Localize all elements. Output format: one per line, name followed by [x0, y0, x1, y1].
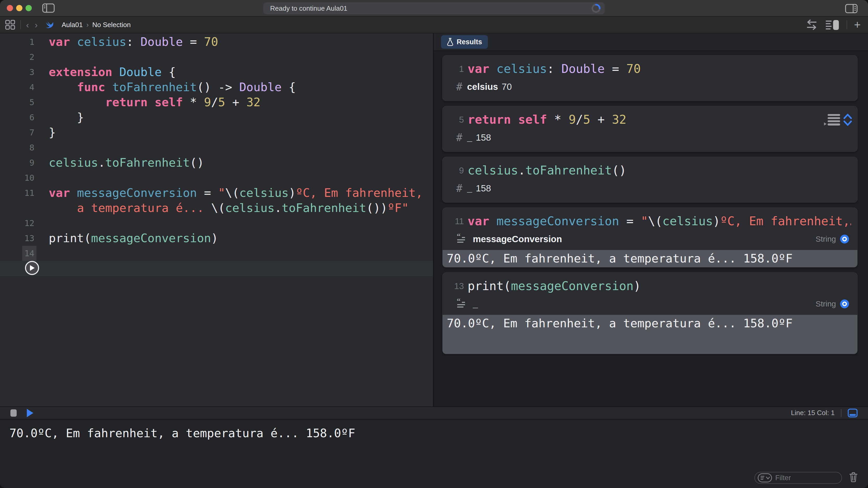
code-token: ) — [633, 279, 641, 293]
toggle-right-sidebar-icon[interactable] — [845, 4, 858, 14]
cycle-results-chevrons-icon[interactable] — [843, 112, 852, 127]
code-token: : — [547, 62, 561, 76]
editor-line[interactable]: 3extension Double { — [0, 65, 433, 80]
code-editor[interactable]: 1var celsius: Double = 7023extension Dou… — [0, 33, 433, 406]
editor-line[interactable]: 5 return self * 9/5 + 32 — [0, 95, 433, 110]
navigate-forward-icon[interactable]: › — [34, 20, 38, 29]
run-button[interactable] — [26, 408, 34, 418]
code-token: print( — [468, 279, 511, 293]
console-area[interactable]: 70.0ºC, Em fahrenheit, a temperatura é..… — [0, 420, 868, 488]
breadcrumb-selection[interactable]: No Selection — [92, 21, 130, 29]
code-token: extension — [49, 65, 112, 79]
code-token: var — [468, 62, 489, 76]
filter-placeholder: Filter — [775, 474, 791, 482]
editor-line[interactable]: 4 func toFahrenheit() -> Double { — [0, 80, 433, 95]
editor-grid-icon[interactable] — [5, 19, 16, 30]
add-playground-page-icon[interactable]: + — [854, 19, 861, 30]
editor-line[interactable]: 10 — [0, 170, 433, 186]
result-string-preview: 70.0ºC, Em fahrenheit, a temperatura é..… — [443, 315, 857, 354]
editor-line[interactable]: 8 — [0, 140, 433, 155]
stop-button[interactable] — [10, 409, 17, 417]
line-number-text: 14 — [22, 246, 36, 261]
show-result-eye-icon[interactable] — [840, 234, 849, 244]
line-number: 5 — [0, 95, 39, 110]
result-value-row: “_String — [456, 297, 849, 311]
code-token: toFahrenheit — [112, 80, 197, 94]
editor-line[interactable]: 6 } — [0, 110, 433, 125]
show-result-eye-icon[interactable] — [840, 299, 849, 309]
code-token: celsius — [662, 214, 713, 228]
activity-status-bar: Ready to continue Aula01 — [264, 2, 604, 14]
line-number: 13 — [0, 231, 39, 246]
editor-line[interactable]: 13print(messageConversion) — [0, 231, 433, 246]
result-card[interactable]: 9celsius.toFahrenheit()#_158 — [442, 157, 858, 203]
code-line: print(messageConversion) — [49, 231, 218, 246]
result-card[interactable]: 1var celsius: Double = 70#celsius70 — [442, 55, 858, 101]
code-line: } — [49, 110, 84, 125]
code-token: Double — [561, 62, 604, 76]
result-code-line: celsius.toFahrenheit() — [468, 163, 626, 178]
code-token: () -> — [197, 80, 239, 94]
minimize-window-button[interactable] — [16, 5, 22, 11]
result-value: 158 — [476, 183, 491, 193]
main-content: 1var celsius: Double = 7023extension Dou… — [0, 33, 868, 406]
result-card[interactable]: 5return self * 9/5 + 32#_158 — [442, 106, 858, 152]
editor-line[interactable]: 14 — [0, 246, 433, 261]
code-token: 5 — [583, 112, 590, 127]
result-card-body: 13print(messageConversion)“_String — [443, 273, 857, 311]
close-window-button[interactable] — [7, 5, 13, 11]
string-quote-icon: “ — [456, 298, 468, 310]
toggle-console-icon[interactable] — [848, 409, 858, 417]
editor-line[interactable]: 11var messageConversion = "\(celsius)ºC,… — [0, 186, 433, 200]
navigate-back-icon[interactable]: ‹ — [26, 20, 29, 29]
results-card-list: 1var celsius: Double = 70#celsius705retu… — [434, 51, 868, 359]
line-number-text: 1 — [27, 34, 36, 50]
editor-layout-icon[interactable] — [825, 19, 840, 30]
result-line-number: 9 — [448, 163, 464, 178]
line-number: 11 — [0, 186, 39, 200]
result-card[interactable]: 11var messageConversion = "\(celsius)ºC,… — [442, 207, 858, 267]
editor-line[interactable]: 1var celsius: Double = 70 — [0, 34, 433, 50]
tab-results[interactable]: Results — [441, 35, 488, 49]
line-number-text: 2 — [27, 50, 36, 65]
result-line-number: 11 — [448, 214, 464, 229]
code-token: Double — [119, 65, 162, 79]
code-token: } — [49, 126, 56, 139]
code-line: var messageConversion = "\(celsius)ºC, E… — [49, 186, 423, 200]
code-token: 5 — [218, 95, 225, 109]
result-string-preview: 70.0ºC, Em fahrenheit, a temperatura é..… — [443, 250, 857, 267]
code-line: celsius.toFahrenheit() — [49, 155, 204, 170]
console-filter-field[interactable]: Filter — [754, 472, 842, 484]
xcode-playground-window: Ready to continue Aula01 ‹ › Aula01 › No… — [0, 0, 868, 488]
toggle-left-sidebar-icon[interactable] — [42, 3, 55, 13]
editor-line[interactable]: 2 — [0, 50, 433, 65]
code-line: var celsius: Double = 70 — [49, 34, 218, 50]
swap-editors-icon[interactable] — [805, 19, 818, 30]
result-card-code-row: 1var celsius: Double = 70 — [448, 61, 851, 76]
clear-console-icon[interactable] — [849, 472, 858, 483]
result-card-code-row: 5return self * 9/5 + 32 — [448, 112, 851, 127]
zoom-window-button[interactable] — [26, 5, 32, 11]
breadcrumb-project[interactable]: Aula01 — [62, 21, 83, 29]
editor-line[interactable]: 7} — [0, 125, 433, 140]
cursor-position-indicator[interactable]: Line: 15 Col: 1 — [791, 409, 835, 417]
result-label: messageConversion — [473, 234, 562, 244]
result-label: _ — [467, 132, 472, 143]
result-value-row: “messageConversionString — [456, 232, 849, 246]
code-token: messageConversion — [497, 214, 619, 228]
result-value: 158 — [476, 132, 491, 143]
result-value: 70 — [502, 82, 512, 92]
result-card[interactable]: 13print(messageConversion)“_String70.0ºC… — [442, 272, 858, 354]
result-label: _ — [473, 299, 478, 309]
editor-line[interactable]: 9celsius.toFahrenheit() — [0, 155, 433, 170]
svg-text:“: “ — [457, 298, 461, 305]
editor-line[interactable]: a temperatura é... \(celsius.toFahrenhei… — [0, 200, 433, 216]
debug-bar: Line: 15 Col: 1 — [0, 406, 868, 420]
editor-line[interactable]: 12 — [0, 216, 433, 231]
code-token: * — [183, 95, 204, 109]
run-to-line-button[interactable] — [25, 261, 39, 275]
latest-values-list-icon[interactable] — [824, 113, 841, 126]
code-token: func — [77, 80, 105, 94]
result-card-body: 9celsius.toFahrenheit()#_158 — [443, 157, 857, 202]
editor-current-line[interactable] — [0, 261, 433, 276]
